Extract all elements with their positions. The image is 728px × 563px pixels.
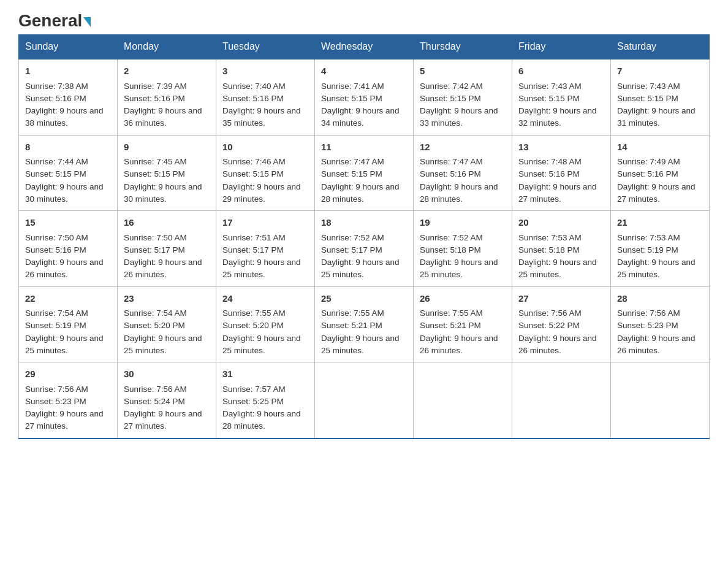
day-number: 15 [25, 216, 111, 230]
sunset-info: Sunset: 5:18 PM [518, 244, 604, 256]
sunrise-info: Sunrise: 7:57 AM [222, 383, 308, 396]
calendar-cell: 5Sunrise: 7:42 AMSunset: 5:15 PMDaylight… [414, 59, 512, 135]
daylight-info: Daylight: 9 hours and 27 minutes. [25, 408, 111, 433]
day-number: 12 [420, 140, 506, 155]
day-header-thursday: Thursday [414, 35, 512, 59]
sunset-info: Sunset: 5:16 PM [222, 93, 308, 105]
calendar-cell: 12Sunrise: 7:47 AMSunset: 5:16 PMDayligh… [414, 135, 512, 211]
calendar-cell: 24Sunrise: 7:55 AMSunset: 5:20 PMDayligh… [216, 286, 315, 362]
sunset-info: Sunset: 5:16 PM [25, 244, 111, 256]
sunrise-info: Sunrise: 7:46 AM [222, 156, 308, 168]
sunset-info: Sunset: 5:21 PM [321, 320, 407, 332]
daylight-info: Daylight: 9 hours and 25 minutes. [222, 256, 308, 282]
calendar-cell: 30Sunrise: 7:56 AMSunset: 5:24 PMDayligh… [118, 362, 216, 439]
calendar-cell: 17Sunrise: 7:51 AMSunset: 5:17 PMDayligh… [216, 211, 315, 287]
sunrise-info: Sunrise: 7:56 AM [617, 307, 703, 320]
day-number: 19 [420, 216, 506, 230]
day-number: 6 [518, 64, 604, 79]
sunset-info: Sunset: 5:15 PM [617, 93, 703, 105]
day-number: 11 [321, 140, 407, 155]
sunrise-info: Sunrise: 7:43 AM [518, 80, 604, 93]
daylight-info: Daylight: 9 hours and 26 minutes. [25, 256, 111, 282]
day-number: 5 [420, 64, 506, 79]
sunset-info: Sunset: 5:16 PM [124, 93, 210, 105]
sunset-info: Sunset: 5:16 PM [420, 168, 506, 180]
page-header: General [18, 12, 710, 28]
day-header-wednesday: Wednesday [315, 35, 414, 59]
daylight-info: Daylight: 9 hours and 31 minutes. [617, 105, 703, 130]
calendar-cell: 8Sunrise: 7:44 AMSunset: 5:15 PMDaylight… [19, 135, 118, 211]
calendar-table: SundayMondayTuesdayWednesdayThursdayFrid… [18, 34, 710, 439]
sunset-info: Sunset: 5:17 PM [222, 244, 308, 256]
sunrise-info: Sunrise: 7:49 AM [617, 156, 703, 168]
day-number: 10 [222, 140, 308, 155]
daylight-info: Daylight: 9 hours and 34 minutes. [321, 105, 407, 130]
day-number: 22 [25, 292, 111, 306]
calendar-week-row: 8Sunrise: 7:44 AMSunset: 5:15 PMDaylight… [19, 135, 710, 211]
sunrise-info: Sunrise: 7:52 AM [321, 232, 407, 244]
calendar-cell: 1Sunrise: 7:38 AMSunset: 5:16 PMDaylight… [19, 59, 118, 135]
sunset-info: Sunset: 5:15 PM [518, 93, 604, 105]
sunset-info: Sunset: 5:17 PM [321, 244, 407, 256]
sunrise-info: Sunrise: 7:38 AM [25, 80, 111, 93]
sunrise-info: Sunrise: 7:42 AM [420, 80, 506, 93]
calendar-cell: 23Sunrise: 7:54 AMSunset: 5:20 PMDayligh… [118, 286, 216, 362]
calendar-cell: 29Sunrise: 7:56 AMSunset: 5:23 PMDayligh… [19, 362, 118, 439]
calendar-cell: 4Sunrise: 7:41 AMSunset: 5:15 PMDaylight… [315, 59, 414, 135]
day-number: 26 [420, 292, 506, 306]
sunset-info: Sunset: 5:15 PM [222, 168, 308, 180]
logo: General [18, 12, 91, 28]
calendar-cell: 15Sunrise: 7:50 AMSunset: 5:16 PMDayligh… [19, 211, 118, 287]
day-number: 3 [222, 64, 308, 79]
sunset-info: Sunset: 5:15 PM [25, 168, 111, 180]
day-number: 18 [321, 216, 407, 230]
daylight-info: Daylight: 9 hours and 25 minutes. [321, 256, 407, 282]
daylight-info: Daylight: 9 hours and 25 minutes. [617, 256, 703, 282]
sunset-info: Sunset: 5:24 PM [124, 396, 210, 408]
daylight-info: Daylight: 9 hours and 26 minutes. [518, 332, 604, 358]
day-header-saturday: Saturday [611, 35, 710, 59]
calendar-week-row: 22Sunrise: 7:54 AMSunset: 5:19 PMDayligh… [19, 286, 710, 362]
calendar-cell: 11Sunrise: 7:47 AMSunset: 5:15 PMDayligh… [315, 135, 414, 211]
day-header-monday: Monday [118, 35, 216, 59]
sunset-info: Sunset: 5:18 PM [420, 244, 506, 256]
calendar-cell [414, 362, 512, 439]
sunrise-info: Sunrise: 7:50 AM [25, 232, 111, 244]
daylight-info: Daylight: 9 hours and 38 minutes. [25, 105, 111, 130]
daylight-info: Daylight: 9 hours and 28 minutes. [420, 181, 506, 206]
calendar-cell: 22Sunrise: 7:54 AMSunset: 5:19 PMDayligh… [19, 286, 118, 362]
sunrise-info: Sunrise: 7:44 AM [25, 156, 111, 168]
daylight-info: Daylight: 9 hours and 36 minutes. [124, 105, 210, 130]
sunrise-info: Sunrise: 7:45 AM [124, 156, 210, 168]
daylight-info: Daylight: 9 hours and 25 minutes. [124, 332, 210, 358]
calendar-cell: 14Sunrise: 7:49 AMSunset: 5:16 PMDayligh… [611, 135, 710, 211]
day-number: 21 [617, 216, 703, 230]
calendar-cell: 3Sunrise: 7:40 AMSunset: 5:16 PMDaylight… [216, 59, 315, 135]
day-number: 13 [518, 140, 604, 155]
day-number: 28 [617, 292, 703, 306]
calendar-cell: 2Sunrise: 7:39 AMSunset: 5:16 PMDaylight… [118, 59, 216, 135]
daylight-info: Daylight: 9 hours and 28 minutes. [222, 408, 308, 433]
calendar-cell: 31Sunrise: 7:57 AMSunset: 5:25 PMDayligh… [216, 362, 315, 439]
sunset-info: Sunset: 5:23 PM [617, 320, 703, 332]
sunrise-info: Sunrise: 7:47 AM [321, 156, 407, 168]
sunrise-info: Sunrise: 7:54 AM [25, 307, 111, 320]
sunset-info: Sunset: 5:15 PM [420, 93, 506, 105]
sunrise-info: Sunrise: 7:40 AM [222, 80, 308, 93]
calendar-cell: 16Sunrise: 7:50 AMSunset: 5:17 PMDayligh… [118, 211, 216, 287]
calendar-cell: 9Sunrise: 7:45 AMSunset: 5:15 PMDaylight… [118, 135, 216, 211]
day-number: 24 [222, 292, 308, 306]
day-number: 4 [321, 64, 407, 79]
daylight-info: Daylight: 9 hours and 26 minutes. [617, 332, 703, 358]
day-number: 25 [321, 292, 407, 306]
day-number: 1 [25, 64, 111, 79]
daylight-info: Daylight: 9 hours and 25 minutes. [321, 332, 407, 358]
calendar-cell [611, 362, 710, 439]
sunset-info: Sunset: 5:15 PM [321, 93, 407, 105]
day-number: 23 [124, 292, 210, 306]
sunrise-info: Sunrise: 7:54 AM [124, 307, 210, 320]
day-number: 17 [222, 216, 308, 230]
sunrise-info: Sunrise: 7:43 AM [617, 80, 703, 93]
calendar-cell: 27Sunrise: 7:56 AMSunset: 5:22 PMDayligh… [512, 286, 611, 362]
daylight-info: Daylight: 9 hours and 33 minutes. [420, 105, 506, 130]
